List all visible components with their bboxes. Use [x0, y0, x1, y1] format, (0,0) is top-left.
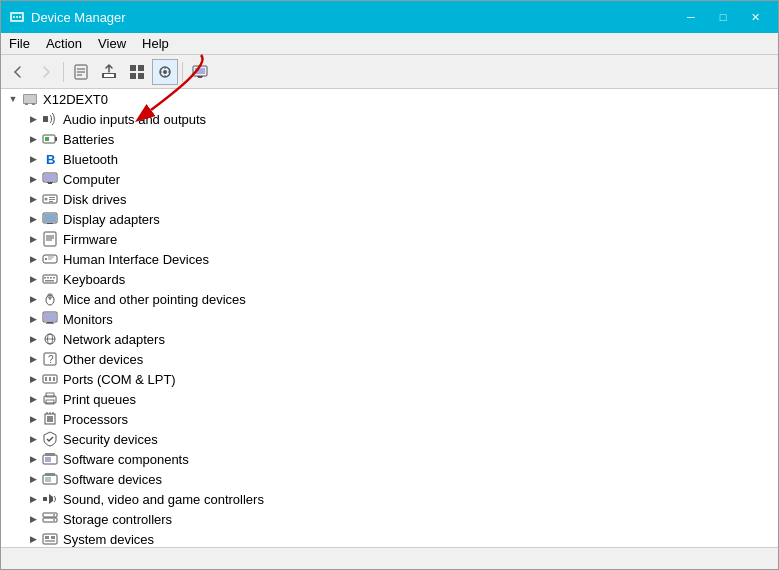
label-softcomp: Software components	[63, 452, 189, 467]
tree-item-monitors[interactable]: ▶Monitors	[1, 309, 778, 329]
tree-root[interactable]: ▼ X12DEXT0	[1, 89, 778, 109]
minimize-button[interactable]: ─	[676, 7, 706, 27]
menu-view[interactable]: View	[90, 34, 134, 53]
svg-rect-58	[53, 277, 55, 279]
svg-point-3	[16, 16, 18, 18]
expander-monitors[interactable]: ▶	[25, 311, 41, 327]
expander-computer[interactable]: ▶	[25, 171, 41, 187]
tree-item-hid[interactable]: ▶Human Interface Devices	[1, 249, 778, 269]
expander-other[interactable]: ▶	[25, 351, 41, 367]
scan-button[interactable]	[152, 59, 178, 85]
svg-rect-65	[47, 322, 53, 323]
properties-button[interactable]	[68, 59, 94, 85]
icon-other: ?	[41, 350, 59, 368]
expander-bluetooth[interactable]: ▶	[25, 151, 41, 167]
expander-sound[interactable]: ▶	[25, 491, 41, 507]
tree-item-bluetooth[interactable]: ▶BBluetooth	[1, 149, 778, 169]
expander-softcomp[interactable]: ▶	[25, 451, 41, 467]
expander-print[interactable]: ▶	[25, 391, 41, 407]
tree-item-network[interactable]: ▶Network adapters	[1, 329, 778, 349]
svg-rect-26	[43, 116, 48, 122]
svg-rect-55	[44, 277, 46, 279]
expander-display[interactable]: ▶	[25, 211, 41, 227]
expander-network[interactable]: ▶	[25, 331, 41, 347]
tree-item-firmware[interactable]: ▶Firmware	[1, 229, 778, 249]
svg-point-93	[53, 514, 55, 516]
tree-item-other[interactable]: ▶?Other devices	[1, 349, 778, 369]
tree-item-ports[interactable]: ▶Ports (COM & LPT)	[1, 369, 778, 389]
icon-monitors	[41, 310, 59, 328]
forward-button[interactable]	[33, 59, 59, 85]
tree-item-sound[interactable]: ▶Sound, video and game controllers	[1, 489, 778, 509]
svg-rect-18	[195, 68, 205, 74]
svg-rect-64	[44, 313, 56, 321]
label-mice: Mice and other pointing devices	[63, 292, 246, 307]
tree-item-print[interactable]: ▶Print queues	[1, 389, 778, 409]
expander-softdev[interactable]: ▶	[25, 471, 41, 487]
update-driver-button[interactable]	[96, 59, 122, 85]
label-batteries: Batteries	[63, 132, 114, 147]
expander-hid[interactable]: ▶	[25, 251, 41, 267]
label-system: System devices	[63, 532, 154, 547]
tree-item-security[interactable]: ▶Security devices	[1, 429, 778, 449]
toolbar-container	[1, 55, 778, 89]
show-all-button[interactable]	[124, 59, 150, 85]
svg-rect-41	[44, 214, 56, 222]
tree-item-display[interactable]: ▶Display adapters	[1, 209, 778, 229]
root-expander[interactable]: ▼	[5, 91, 21, 107]
tree-item-computer[interactable]: ▶Computer	[1, 169, 778, 189]
icon-storage	[41, 510, 59, 528]
tree-item-audio[interactable]: ▶Audio inputs and outputs	[1, 109, 778, 129]
icon-ports	[41, 370, 59, 388]
svg-rect-97	[51, 536, 55, 539]
expander-firmware[interactable]: ▶	[25, 231, 41, 247]
label-security: Security devices	[63, 432, 158, 447]
close-button[interactable]: ✕	[740, 7, 770, 27]
expander-system[interactable]: ▶	[25, 531, 41, 547]
tree-item-softcomp[interactable]: ▶Software components	[1, 449, 778, 469]
label-monitors: Monitors	[63, 312, 113, 327]
tree-item-system[interactable]: ▶System devices	[1, 529, 778, 547]
maximize-button[interactable]: □	[708, 7, 738, 27]
tree-item-mice[interactable]: ▶Mice and other pointing devices	[1, 289, 778, 309]
icon-hid	[41, 250, 59, 268]
tree-item-disk[interactable]: ▶Disk drives	[1, 189, 778, 209]
tree-item-softdev[interactable]: ▶Software devices	[1, 469, 778, 489]
svg-rect-98	[45, 540, 55, 542]
svg-point-49	[48, 256, 50, 258]
menu-help[interactable]: Help	[134, 34, 177, 53]
svg-rect-10	[104, 74, 114, 77]
expander-disk[interactable]: ▶	[25, 191, 41, 207]
expander-keyboards[interactable]: ▶	[25, 271, 41, 287]
expander-audio[interactable]: ▶	[25, 111, 41, 127]
svg-point-53	[50, 258, 52, 260]
svg-rect-13	[130, 73, 136, 79]
toolbar	[1, 55, 778, 89]
label-sound: Sound, video and game controllers	[63, 492, 264, 507]
label-ports: Ports (COM & LPT)	[63, 372, 176, 387]
expander-storage[interactable]: ▶	[25, 511, 41, 527]
device-tree[interactable]: ▼ X12DEXT0 ▶Audio inputs and outputs▶Bat…	[1, 89, 778, 547]
tree-children: ▶Audio inputs and outputs▶Batteries▶BBlu…	[1, 109, 778, 547]
svg-rect-74	[49, 377, 51, 381]
svg-rect-12	[138, 65, 144, 71]
svg-point-16	[163, 70, 167, 74]
tree-item-batteries[interactable]: ▶Batteries	[1, 129, 778, 149]
tree-item-keyboards[interactable]: ▶Keyboards	[1, 269, 778, 289]
tree-item-processors[interactable]: ▶Processors	[1, 409, 778, 429]
device-manager-window: Device Manager ─ □ ✕ File Action View He…	[0, 0, 779, 570]
tree-item-storage[interactable]: ▶Storage controllers	[1, 509, 778, 529]
monitor-button[interactable]	[187, 59, 213, 85]
menu-action[interactable]: Action	[38, 34, 90, 53]
label-softdev: Software devices	[63, 472, 162, 487]
label-bluetooth: Bluetooth	[63, 152, 118, 167]
icon-mice	[41, 290, 59, 308]
back-button[interactable]	[5, 59, 31, 85]
menu-file[interactable]: File	[1, 34, 38, 53]
expander-security[interactable]: ▶	[25, 431, 41, 447]
expander-processors[interactable]: ▶	[25, 411, 41, 427]
expander-ports[interactable]: ▶	[25, 371, 41, 387]
expander-batteries[interactable]: ▶	[25, 131, 41, 147]
expander-mice[interactable]: ▶	[25, 291, 41, 307]
label-disk: Disk drives	[63, 192, 127, 207]
